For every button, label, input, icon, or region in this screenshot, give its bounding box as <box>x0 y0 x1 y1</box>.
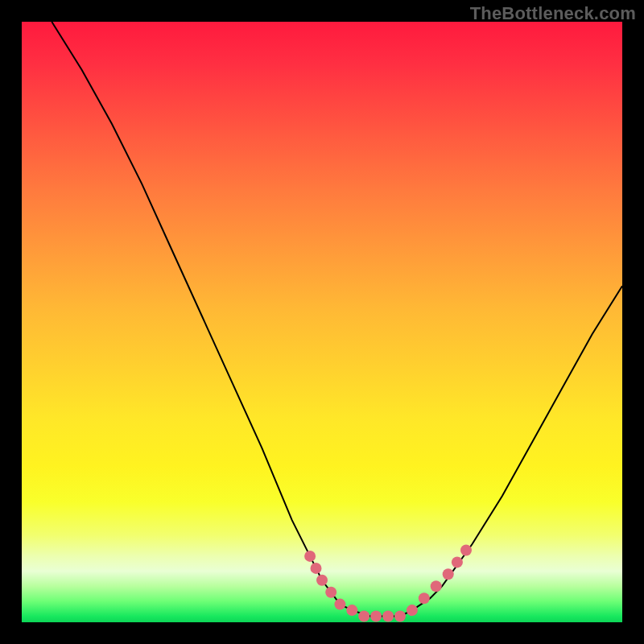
curve-marker <box>419 592 430 604</box>
bottleneck-curve-svg <box>22 22 622 622</box>
curve-marker <box>431 580 442 592</box>
plot-area <box>22 22 622 622</box>
curve-marker <box>443 568 454 580</box>
curve-marker <box>325 587 336 598</box>
curve-marker <box>346 605 357 616</box>
chart-frame: TheBottleneck.com <box>0 0 644 644</box>
curve-marker <box>407 605 418 616</box>
curve-marker <box>394 611 406 622</box>
curve-marker <box>358 611 369 622</box>
markers-group <box>304 545 472 622</box>
curve-marker <box>316 575 328 586</box>
curve-marker <box>311 563 322 574</box>
curve-marker <box>334 599 345 610</box>
curve-marker <box>460 545 472 556</box>
curve-marker <box>370 611 382 622</box>
curve-marker <box>452 556 463 568</box>
curve-marker <box>304 551 316 562</box>
curve-marker <box>382 611 394 622</box>
bottleneck-curve <box>52 22 622 617</box>
